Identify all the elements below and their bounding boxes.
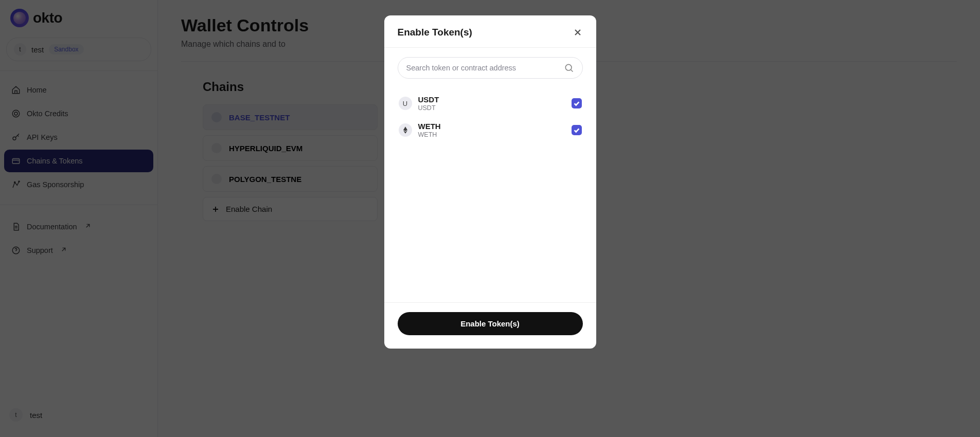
enable-tokens-button[interactable]: Enable Token(s) — [398, 312, 583, 335]
eth-icon — [401, 126, 409, 134]
svg-point-7 — [565, 64, 572, 70]
enable-tokens-modal: Enable Token(s) UUSDTUSDTWETHWETH Enable… — [384, 15, 596, 349]
search-icon — [564, 63, 574, 73]
token-item[interactable]: UUSDTUSDT — [398, 90, 583, 117]
token-checkbox[interactable] — [572, 125, 582, 135]
search-input[interactable] — [406, 64, 564, 72]
token-avatar — [399, 123, 412, 137]
token-item[interactable]: WETHWETH — [398, 117, 583, 143]
token-checkbox[interactable] — [572, 98, 582, 108]
close-icon — [573, 27, 583, 38]
token-list: UUSDTUSDTWETHWETH — [398, 90, 583, 143]
close-button[interactable] — [573, 27, 583, 38]
modal-footer: Enable Token(s) — [384, 302, 596, 349]
token-symbol: WETH — [418, 131, 565, 138]
search-box — [398, 57, 583, 79]
token-name: WETH — [418, 122, 565, 131]
modal-overlay[interactable]: Enable Token(s) UUSDTUSDTWETHWETH Enable… — [0, 0, 980, 437]
token-name: USDT — [418, 95, 565, 104]
modal-body: UUSDTUSDTWETHWETH — [384, 48, 596, 302]
token-symbol: USDT — [418, 104, 565, 112]
token-avatar: U — [399, 97, 412, 110]
modal-header: Enable Token(s) — [384, 15, 596, 48]
modal-title: Enable Token(s) — [398, 27, 472, 38]
token-info: WETHWETH — [418, 122, 565, 138]
token-info: USDTUSDT — [418, 95, 565, 112]
